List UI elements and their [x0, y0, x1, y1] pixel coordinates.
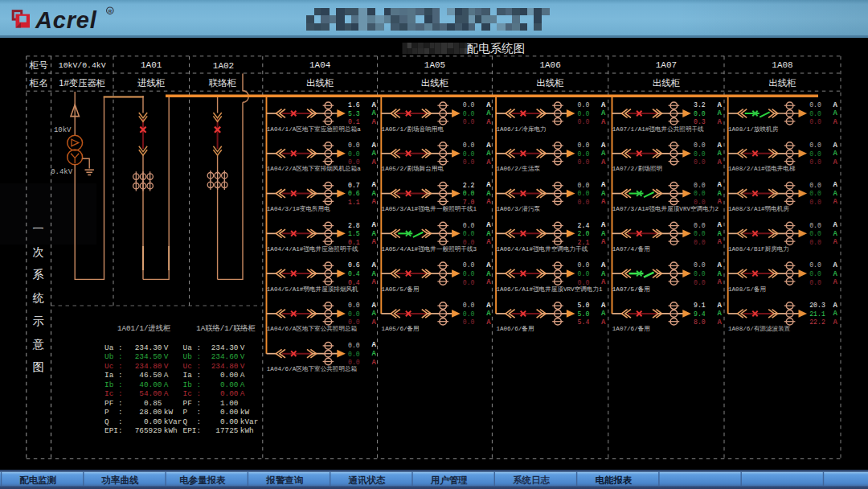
- svg-text:0.0: 0.0: [694, 199, 706, 206]
- svg-text:1.6: 1.6: [348, 101, 360, 109]
- svg-text:A: A: [717, 230, 722, 238]
- svg-text:V: V: [164, 352, 169, 361]
- svg-text:出线柜: 出线柜: [421, 78, 449, 88]
- svg-text:0.4kV: 0.4kV: [51, 168, 73, 176]
- svg-text:A: A: [717, 150, 722, 158]
- svg-text:A: A: [486, 278, 491, 286]
- svg-text:电参量报表: 电参量报表: [179, 475, 226, 486]
- svg-text:0.0: 0.0: [348, 158, 360, 166]
- svg-text:柜号: 柜号: [29, 60, 49, 70]
- svg-text:出线柜: 出线柜: [653, 78, 681, 88]
- svg-text:A: A: [717, 261, 722, 269]
- svg-text:A: A: [833, 101, 838, 109]
- svg-text:电能报表: 电能报表: [595, 475, 633, 485]
- svg-text:0.0: 0.0: [809, 118, 821, 125]
- svg-text:0.0: 0.0: [578, 150, 590, 158]
- svg-text:A: A: [717, 181, 722, 189]
- svg-text:A: A: [601, 278, 606, 286]
- svg-text:次: 次: [33, 245, 44, 258]
- svg-text:1A05/1/剧场音响用电: 1A05/1/剧场音响用电: [382, 125, 444, 133]
- svg-text:20.3: 20.3: [809, 302, 825, 309]
- svg-text:A: A: [371, 142, 376, 150]
- svg-text:A: A: [601, 101, 606, 109]
- svg-text:配电系统图: 配电系统图: [467, 42, 526, 55]
- svg-text:EPI:: EPI:: [104, 426, 123, 435]
- svg-text:0.0: 0.0: [463, 118, 475, 125]
- svg-text:A: A: [601, 158, 606, 166]
- svg-text:0.0: 0.0: [348, 318, 360, 326]
- svg-text:1A04/6/A区地下室公共照明总箱: 1A04/6/A区地下室公共照明总箱: [267, 365, 358, 372]
- svg-text:EPI:: EPI:: [183, 426, 202, 435]
- svg-text:234.80: 234.80: [135, 362, 162, 371]
- svg-text:A: A: [833, 310, 838, 318]
- svg-text:0.00: 0.00: [211, 417, 239, 426]
- svg-text:出线柜: 出线柜: [306, 78, 334, 88]
- svg-text:234.60: 234.60: [211, 352, 239, 361]
- svg-text:柜名: 柜名: [29, 78, 48, 88]
- svg-text:0.0: 0.0: [463, 318, 475, 326]
- svg-text:0.0: 0.0: [694, 158, 706, 166]
- svg-text:意: 意: [33, 338, 44, 351]
- svg-text:1A07/2/剧场照明: 1A07/2/剧场照明: [612, 165, 662, 172]
- svg-text:A: A: [833, 118, 838, 126]
- svg-text:0.0: 0.0: [348, 310, 360, 318]
- svg-text:1A07/1/A1#强电井公共照明干线: 1A07/1/A1#强电井公共照明干线: [612, 125, 704, 133]
- svg-text:A: A: [833, 261, 838, 269]
- svg-text:A: A: [164, 371, 169, 380]
- svg-text:A: A: [371, 238, 376, 246]
- svg-text:0.0: 0.0: [463, 150, 475, 158]
- svg-text:2.0: 2.0: [578, 230, 590, 237]
- svg-text:0.6: 0.6: [348, 190, 360, 197]
- svg-text:A: A: [601, 181, 606, 189]
- svg-text:0.0: 0.0: [578, 261, 590, 269]
- svg-text:A: A: [486, 261, 491, 269]
- svg-text:A: A: [601, 221, 606, 229]
- svg-text:1#变压器柜: 1#变压器柜: [59, 78, 105, 88]
- svg-text:0.0: 0.0: [578, 279, 590, 286]
- svg-text:功率曲线: 功率曲线: [101, 475, 140, 485]
- svg-text:A: A: [717, 310, 722, 318]
- svg-text:A: A: [371, 278, 376, 286]
- svg-text:系: 系: [33, 268, 44, 281]
- svg-text:0.3: 0.3: [694, 118, 706, 125]
- svg-text:0.0: 0.0: [578, 182, 590, 189]
- svg-text:54.00: 54.00: [135, 389, 162, 398]
- svg-text:A: A: [601, 310, 606, 318]
- svg-text:A: A: [240, 389, 245, 398]
- svg-text:1A05/3/A1#强电井一般照明干线1: 1A05/3/A1#强电井一般照明干线1: [382, 205, 477, 212]
- svg-text:Ia :: Ia :: [183, 371, 202, 380]
- svg-text:A: A: [833, 198, 838, 206]
- svg-text:0.0: 0.0: [809, 239, 821, 246]
- svg-text:kVar: kVar: [240, 417, 259, 426]
- svg-text:1.1: 1.1: [348, 199, 360, 206]
- svg-text:Q :: Q :: [183, 417, 202, 426]
- svg-text:5.0: 5.0: [578, 310, 590, 318]
- svg-text:1A06/6/备用: 1A06/6/备用: [496, 325, 534, 332]
- svg-text:0.0: 0.0: [809, 270, 821, 277]
- svg-text:0.1: 0.1: [348, 118, 360, 125]
- svg-text:A: A: [601, 270, 606, 278]
- svg-text:0.00: 0.00: [135, 417, 162, 426]
- svg-text:1A07/5/备用: 1A07/5/备用: [612, 286, 650, 293]
- svg-text:Ib :: Ib :: [183, 380, 202, 389]
- svg-text:40.00: 40.00: [135, 380, 162, 389]
- svg-text:A: A: [371, 318, 376, 327]
- svg-text:kW: kW: [164, 408, 174, 417]
- svg-text:0.0: 0.0: [809, 142, 821, 149]
- svg-text:A: A: [486, 142, 491, 150]
- svg-text:Acrel: Acrel: [35, 7, 97, 33]
- svg-text:Ic :: Ic :: [104, 389, 123, 398]
- svg-text:1A08/4/B1F厨房电力: 1A08/4/B1F厨房电力: [728, 245, 789, 253]
- svg-text:系统日志: 系统日志: [512, 475, 551, 485]
- svg-text:5.4: 5.4: [578, 318, 590, 326]
- svg-text:0.0: 0.0: [809, 110, 821, 117]
- svg-text:Ub :: Ub :: [104, 352, 123, 361]
- svg-text:Ua :: Ua :: [183, 343, 202, 352]
- svg-text:0.0: 0.0: [809, 222, 821, 229]
- svg-text:0.85: 0.85: [135, 399, 162, 408]
- svg-text:1A联络/1/联络柜: 1A联络/1/联络柜: [196, 324, 256, 333]
- svg-text:0.0: 0.0: [809, 150, 821, 158]
- svg-text:22.2: 22.2: [809, 318, 825, 326]
- svg-text:A: A: [601, 190, 606, 198]
- svg-text:图: 图: [33, 360, 44, 373]
